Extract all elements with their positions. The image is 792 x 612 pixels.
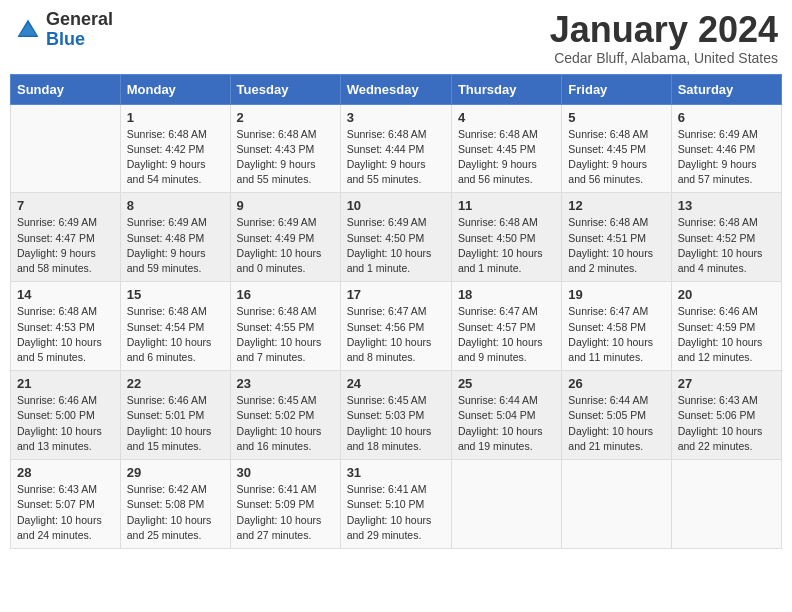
- calendar-cell: 15Sunrise: 6:48 AM Sunset: 4:54 PM Dayli…: [120, 282, 230, 371]
- title-section: January 2024 Cedar Bluff, Alabama, Unite…: [550, 10, 778, 66]
- calendar-cell: 3Sunrise: 6:48 AM Sunset: 4:44 PM Daylig…: [340, 104, 451, 193]
- calendar-cell: 9Sunrise: 6:49 AM Sunset: 4:49 PM Daylig…: [230, 193, 340, 282]
- calendar-cell: 5Sunrise: 6:48 AM Sunset: 4:45 PM Daylig…: [562, 104, 671, 193]
- day-info: Sunrise: 6:48 AM Sunset: 4:55 PM Dayligh…: [237, 304, 334, 365]
- day-number: 28: [17, 465, 114, 480]
- calendar-cell: 8Sunrise: 6:49 AM Sunset: 4:48 PM Daylig…: [120, 193, 230, 282]
- calendar-cell: [451, 460, 561, 549]
- day-number: 25: [458, 376, 555, 391]
- day-number: 19: [568, 287, 664, 302]
- day-number: 7: [17, 198, 114, 213]
- calendar-cell: 27Sunrise: 6:43 AM Sunset: 5:06 PM Dayli…: [671, 371, 781, 460]
- day-info: Sunrise: 6:48 AM Sunset: 4:52 PM Dayligh…: [678, 215, 775, 276]
- logo-general-text: General: [46, 10, 113, 30]
- week-row-3: 14Sunrise: 6:48 AM Sunset: 4:53 PM Dayli…: [11, 282, 782, 371]
- location: Cedar Bluff, Alabama, United States: [550, 50, 778, 66]
- day-info: Sunrise: 6:48 AM Sunset: 4:53 PM Dayligh…: [17, 304, 114, 365]
- header-thursday: Thursday: [451, 74, 561, 104]
- calendar-cell: 2Sunrise: 6:48 AM Sunset: 4:43 PM Daylig…: [230, 104, 340, 193]
- day-number: 13: [678, 198, 775, 213]
- calendar-header-row: SundayMondayTuesdayWednesdayThursdayFrid…: [11, 74, 782, 104]
- day-number: 18: [458, 287, 555, 302]
- day-number: 10: [347, 198, 445, 213]
- calendar-cell: 25Sunrise: 6:44 AM Sunset: 5:04 PM Dayli…: [451, 371, 561, 460]
- day-number: 17: [347, 287, 445, 302]
- day-number: 2: [237, 110, 334, 125]
- calendar-cell: 30Sunrise: 6:41 AM Sunset: 5:09 PM Dayli…: [230, 460, 340, 549]
- day-info: Sunrise: 6:49 AM Sunset: 4:50 PM Dayligh…: [347, 215, 445, 276]
- calendar-cell: [562, 460, 671, 549]
- calendar-cell: 12Sunrise: 6:48 AM Sunset: 4:51 PM Dayli…: [562, 193, 671, 282]
- week-row-4: 21Sunrise: 6:46 AM Sunset: 5:00 PM Dayli…: [11, 371, 782, 460]
- calendar-cell: 29Sunrise: 6:42 AM Sunset: 5:08 PM Dayli…: [120, 460, 230, 549]
- day-number: 9: [237, 198, 334, 213]
- calendar-cell: 10Sunrise: 6:49 AM Sunset: 4:50 PM Dayli…: [340, 193, 451, 282]
- logo-icon: [14, 16, 42, 44]
- day-info: Sunrise: 6:46 AM Sunset: 4:59 PM Dayligh…: [678, 304, 775, 365]
- header-wednesday: Wednesday: [340, 74, 451, 104]
- day-info: Sunrise: 6:48 AM Sunset: 4:51 PM Dayligh…: [568, 215, 664, 276]
- calendar-cell: 18Sunrise: 6:47 AM Sunset: 4:57 PM Dayli…: [451, 282, 561, 371]
- calendar-cell: 21Sunrise: 6:46 AM Sunset: 5:00 PM Dayli…: [11, 371, 121, 460]
- day-info: Sunrise: 6:48 AM Sunset: 4:45 PM Dayligh…: [458, 127, 555, 188]
- day-info: Sunrise: 6:43 AM Sunset: 5:06 PM Dayligh…: [678, 393, 775, 454]
- logo: General Blue: [14, 10, 113, 50]
- calendar-cell: 28Sunrise: 6:43 AM Sunset: 5:07 PM Dayli…: [11, 460, 121, 549]
- day-info: Sunrise: 6:41 AM Sunset: 5:10 PM Dayligh…: [347, 482, 445, 543]
- day-info: Sunrise: 6:44 AM Sunset: 5:04 PM Dayligh…: [458, 393, 555, 454]
- header-saturday: Saturday: [671, 74, 781, 104]
- day-info: Sunrise: 6:42 AM Sunset: 5:08 PM Dayligh…: [127, 482, 224, 543]
- day-info: Sunrise: 6:46 AM Sunset: 5:00 PM Dayligh…: [17, 393, 114, 454]
- day-number: 31: [347, 465, 445, 480]
- day-info: Sunrise: 6:43 AM Sunset: 5:07 PM Dayligh…: [17, 482, 114, 543]
- header-monday: Monday: [120, 74, 230, 104]
- calendar-cell: 22Sunrise: 6:46 AM Sunset: 5:01 PM Dayli…: [120, 371, 230, 460]
- calendar-cell: 17Sunrise: 6:47 AM Sunset: 4:56 PM Dayli…: [340, 282, 451, 371]
- day-info: Sunrise: 6:48 AM Sunset: 4:42 PM Dayligh…: [127, 127, 224, 188]
- day-number: 15: [127, 287, 224, 302]
- calendar-cell: 13Sunrise: 6:48 AM Sunset: 4:52 PM Dayli…: [671, 193, 781, 282]
- day-info: Sunrise: 6:47 AM Sunset: 4:56 PM Dayligh…: [347, 304, 445, 365]
- day-number: 30: [237, 465, 334, 480]
- calendar-cell: 4Sunrise: 6:48 AM Sunset: 4:45 PM Daylig…: [451, 104, 561, 193]
- day-number: 26: [568, 376, 664, 391]
- calendar-cell: 31Sunrise: 6:41 AM Sunset: 5:10 PM Dayli…: [340, 460, 451, 549]
- week-row-1: 1Sunrise: 6:48 AM Sunset: 4:42 PM Daylig…: [11, 104, 782, 193]
- logo-text: General Blue: [46, 10, 113, 50]
- day-number: 6: [678, 110, 775, 125]
- day-number: 22: [127, 376, 224, 391]
- header-tuesday: Tuesday: [230, 74, 340, 104]
- calendar-cell: 23Sunrise: 6:45 AM Sunset: 5:02 PM Dayli…: [230, 371, 340, 460]
- calendar-table: SundayMondayTuesdayWednesdayThursdayFrid…: [10, 74, 782, 549]
- day-info: Sunrise: 6:48 AM Sunset: 4:54 PM Dayligh…: [127, 304, 224, 365]
- calendar-cell: 11Sunrise: 6:48 AM Sunset: 4:50 PM Dayli…: [451, 193, 561, 282]
- day-info: Sunrise: 6:49 AM Sunset: 4:49 PM Dayligh…: [237, 215, 334, 276]
- day-info: Sunrise: 6:49 AM Sunset: 4:47 PM Dayligh…: [17, 215, 114, 276]
- calendar-cell: 19Sunrise: 6:47 AM Sunset: 4:58 PM Dayli…: [562, 282, 671, 371]
- day-number: 8: [127, 198, 224, 213]
- day-number: 23: [237, 376, 334, 391]
- day-number: 3: [347, 110, 445, 125]
- day-number: 21: [17, 376, 114, 391]
- calendar-cell: 6Sunrise: 6:49 AM Sunset: 4:46 PM Daylig…: [671, 104, 781, 193]
- day-info: Sunrise: 6:41 AM Sunset: 5:09 PM Dayligh…: [237, 482, 334, 543]
- calendar-cell: 16Sunrise: 6:48 AM Sunset: 4:55 PM Dayli…: [230, 282, 340, 371]
- day-number: 5: [568, 110, 664, 125]
- day-info: Sunrise: 6:48 AM Sunset: 4:44 PM Dayligh…: [347, 127, 445, 188]
- day-number: 16: [237, 287, 334, 302]
- day-info: Sunrise: 6:44 AM Sunset: 5:05 PM Dayligh…: [568, 393, 664, 454]
- day-info: Sunrise: 6:46 AM Sunset: 5:01 PM Dayligh…: [127, 393, 224, 454]
- day-info: Sunrise: 6:48 AM Sunset: 4:50 PM Dayligh…: [458, 215, 555, 276]
- day-number: 24: [347, 376, 445, 391]
- day-number: 11: [458, 198, 555, 213]
- day-info: Sunrise: 6:47 AM Sunset: 4:57 PM Dayligh…: [458, 304, 555, 365]
- day-info: Sunrise: 6:45 AM Sunset: 5:02 PM Dayligh…: [237, 393, 334, 454]
- month-title: January 2024: [550, 10, 778, 50]
- header-sunday: Sunday: [11, 74, 121, 104]
- day-number: 4: [458, 110, 555, 125]
- page-header: General Blue January 2024 Cedar Bluff, A…: [10, 10, 782, 66]
- calendar-cell: 26Sunrise: 6:44 AM Sunset: 5:05 PM Dayli…: [562, 371, 671, 460]
- day-number: 20: [678, 287, 775, 302]
- calendar-cell: [671, 460, 781, 549]
- day-info: Sunrise: 6:48 AM Sunset: 4:43 PM Dayligh…: [237, 127, 334, 188]
